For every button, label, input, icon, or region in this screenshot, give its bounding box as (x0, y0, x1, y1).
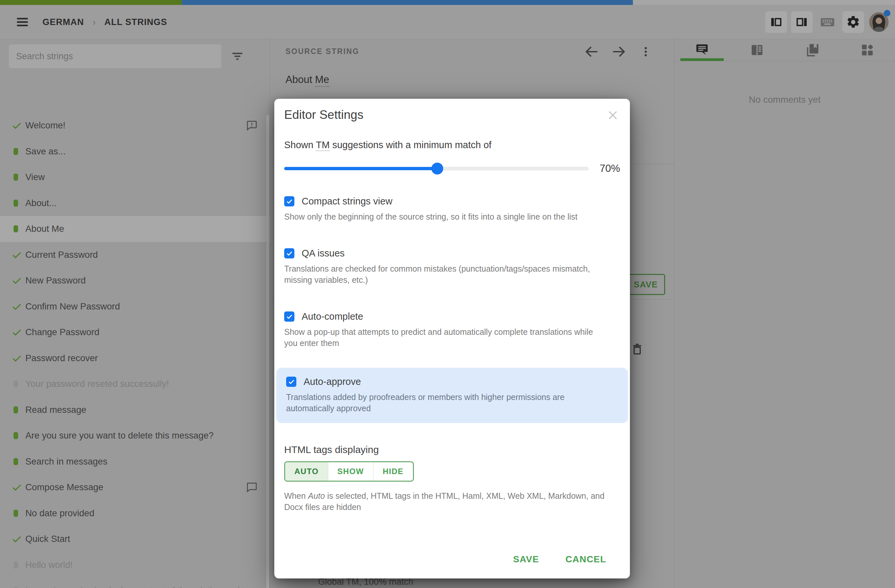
setting-description: Show only the beginning of the source st… (284, 211, 608, 222)
list-item-label: Hello world! (25, 560, 258, 570)
previous-string-button[interactable] (583, 43, 600, 60)
keyboard-shortcuts-icon[interactable] (817, 11, 838, 33)
breadcrumb-project[interactable]: GERMAN (42, 17, 84, 27)
no-comments-text: No comments yet (674, 94, 895, 105)
tab-apps[interactable] (840, 39, 895, 61)
tm-match-label: Shown TM suggestions with a minimum matc… (284, 139, 620, 150)
list-item[interactable]: Read message (0, 397, 270, 423)
list-item[interactable]: Current Password (0, 242, 270, 268)
list-item[interactable]: Password recover (0, 346, 270, 371)
list-item-label: About Me (25, 224, 258, 234)
list-item[interactable]: Your password reseted successully! (0, 371, 270, 397)
list-item-label: Read message (25, 405, 258, 415)
right-panel-tabs (674, 39, 895, 61)
checkbox[interactable] (284, 311, 294, 322)
list-item[interactable]: View (0, 164, 270, 190)
notification-dot (884, 10, 890, 17)
sidebar-scrollbar[interactable] (266, 115, 269, 588)
menu-icon[interactable] (12, 11, 33, 33)
checkbox[interactable] (286, 377, 296, 387)
breadcrumb: GERMAN › ALL STRINGS (42, 17, 167, 28)
setting-section: Compact strings viewShow only the beginn… (284, 196, 620, 222)
list-item[interactable]: No date provided (0, 500, 270, 526)
more-options-icon[interactable] (637, 43, 654, 60)
translated-status-icon (12, 430, 25, 441)
list-item-label: Lorem Ipsum is simply dummy text of the … (25, 585, 258, 588)
list-item[interactable]: Change Password (0, 319, 270, 346)
chevron-right-icon: › (93, 17, 96, 28)
list-item-label: New Password (25, 275, 258, 286)
list-item[interactable]: Save as... (0, 139, 270, 165)
next-string-button[interactable] (610, 43, 627, 60)
approved-status-icon (12, 250, 25, 260)
list-item-label: About... (25, 198, 258, 208)
untranslated-status-icon (12, 586, 25, 588)
editor-settings-dialog: Editor Settings Shown TM suggestions wit… (274, 99, 630, 579)
glossary-term[interactable]: Me (315, 74, 329, 87)
close-icon[interactable] (605, 108, 620, 123)
list-item[interactable]: New Password (0, 268, 270, 294)
strings-sidebar: Welcome!Save as...ViewAbout...About MeCu… (0, 39, 270, 588)
tm-match-slider[interactable] (284, 167, 589, 170)
search-input[interactable] (9, 44, 221, 68)
list-item-label: Your password reseted successully! (25, 379, 258, 389)
translated-status-icon (12, 457, 25, 467)
slider-thumb[interactable] (431, 163, 443, 174)
tm-match-value: 70% (600, 163, 620, 174)
list-item[interactable]: About... (0, 190, 270, 216)
delete-suggestion-icon[interactable] (630, 341, 645, 358)
untranslated-status-icon (12, 379, 25, 389)
settings-options: Compact strings viewShow only the beginn… (284, 196, 620, 423)
html-tags-option-auto[interactable]: AUTO (285, 462, 328, 481)
checkbox[interactable] (284, 196, 294, 206)
panel-left-layout-button[interactable] (765, 11, 787, 33)
list-item[interactable]: Quick Start (0, 526, 270, 552)
cancel-button[interactable]: CANCEL (563, 550, 609, 569)
list-item-label: Compose Message (25, 482, 240, 493)
list-item-label: View (25, 172, 258, 182)
filter-icon[interactable] (231, 49, 244, 63)
list-item[interactable]: Search in messages (0, 449, 270, 475)
html-tags-option-hide[interactable]: HIDE (373, 462, 413, 481)
breadcrumb-section[interactable]: ALL STRINGS (105, 17, 167, 27)
list-item[interactable]: Welcome! (0, 112, 270, 139)
setting-label: QA issues (302, 248, 345, 259)
source-string-text: About Me (285, 74, 329, 86)
list-item[interactable]: Are you sure you want to delete this mes… (0, 423, 270, 449)
checkbox[interactable] (284, 248, 294, 258)
list-item[interactable]: Confirm New Password (0, 294, 270, 320)
setting-section: QA issuesTranslations are checked for co… (284, 248, 620, 285)
list-item[interactable]: Lorem Ipsum is simply dummy text of the … (0, 578, 270, 588)
setting-label: Compact strings view (302, 196, 393, 207)
approved-status-icon (12, 327, 25, 338)
translated-status-icon (12, 508, 25, 518)
setting-section: Auto-completeShow a pop-up that attempts… (284, 311, 620, 349)
translation-save-button[interactable]: SAVE (626, 274, 665, 295)
list-item[interactable]: Hello world! (0, 552, 270, 578)
html-tags-toggle: AUTOSHOWHIDE (284, 461, 414, 482)
approved-status-icon (12, 534, 25, 544)
setting-section: Auto-approveTranslations added by proofr… (276, 368, 628, 423)
tab-translation-memory[interactable] (785, 39, 840, 61)
list-item-label: Quick Start (25, 534, 258, 544)
comment-icon[interactable] (245, 481, 258, 494)
settings-gear-icon[interactable] (842, 11, 864, 33)
list-item[interactable]: Compose Message (0, 474, 270, 500)
html-tags-option-show[interactable]: SHOW (328, 462, 373, 481)
list-item-label: Welcome! (25, 120, 240, 131)
save-button[interactable]: SAVE (510, 550, 542, 569)
list-item[interactable]: About Me (0, 216, 270, 242)
translation-progress-bar (0, 0, 895, 5)
panel-right-layout-button[interactable] (791, 11, 813, 33)
translated-status-icon (12, 172, 25, 182)
top-bar: GERMAN › ALL STRINGS (0, 0, 895, 39)
tab-comments[interactable] (674, 39, 730, 61)
setting-label: Auto-approve (303, 376, 361, 387)
tab-context[interactable] (730, 39, 785, 61)
translated-status-icon (12, 147, 25, 156)
approved-status-icon (12, 353, 25, 364)
user-avatar[interactable] (868, 11, 890, 33)
html-tags-heading: HTML tags displaying (284, 444, 620, 455)
progress-approved-segment (182, 0, 633, 5)
comment-alert-icon[interactable] (245, 119, 258, 132)
